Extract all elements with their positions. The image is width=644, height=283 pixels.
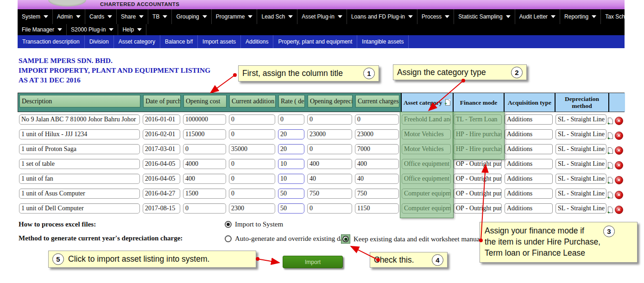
rate-input[interactable] bbox=[278, 144, 304, 154]
radio-keep-existing[interactable]: Keep existing data and edit worksheet ma… bbox=[341, 234, 487, 244]
rate-input[interactable] bbox=[278, 203, 304, 214]
finance-mode-select[interactable]: OP - Outright purch bbox=[454, 203, 502, 214]
current-addition-input[interactable] bbox=[229, 129, 275, 139]
current-charges-input[interactable] bbox=[355, 114, 399, 125]
rate-input[interactable] bbox=[278, 159, 304, 169]
depreciation-method-select[interactable]: SL - Straight Line bbox=[556, 189, 606, 199]
col-rate[interactable]: Rate ( depr bbox=[278, 95, 305, 107]
current-charges-input[interactable] bbox=[355, 159, 399, 169]
tab-balance-bf[interactable]: Balance b/f bbox=[160, 35, 198, 48]
opening-cost-input[interactable] bbox=[183, 189, 226, 199]
radio-button-icon[interactable] bbox=[225, 235, 232, 242]
depreciation-method-select[interactable]: SL - Straight Line bbox=[556, 144, 606, 154]
menu-audit-letter[interactable]: Audit Letter bbox=[515, 9, 560, 24]
description-input[interactable] bbox=[19, 203, 140, 214]
col-current-charges[interactable]: Current charges bbox=[355, 95, 399, 107]
opening-depreciation-input[interactable] bbox=[307, 144, 352, 154]
date-input[interactable] bbox=[143, 129, 180, 139]
col-date-of-purchase[interactable]: Date of purchas bbox=[143, 95, 181, 107]
description-input[interactable] bbox=[19, 114, 140, 125]
finance-mode-select[interactable]: OP - Outright purch bbox=[454, 159, 502, 169]
description-input[interactable] bbox=[19, 129, 140, 139]
current-addition-input[interactable] bbox=[229, 114, 275, 125]
delete-row-icon[interactable]: ✕ bbox=[615, 206, 623, 214]
menu-admin[interactable]: Admin bbox=[53, 9, 85, 24]
insert-row-icon[interactable] bbox=[608, 177, 613, 183]
date-input[interactable] bbox=[143, 174, 180, 184]
acquisition-type-select[interactable]: Additions bbox=[505, 129, 553, 139]
menu-reporting[interactable]: Reporting bbox=[560, 9, 601, 24]
opening-depreciation-input[interactable] bbox=[307, 203, 352, 214]
delete-row-icon[interactable]: ✕ bbox=[615, 161, 623, 170]
radio-button-icon[interactable] bbox=[342, 236, 349, 242]
import-button[interactable]: Import bbox=[283, 256, 343, 268]
acquisition-type-select[interactable]: Additions bbox=[505, 114, 553, 125]
current-charges-input[interactable] bbox=[355, 189, 399, 199]
radio-button-icon[interactable] bbox=[225, 221, 232, 228]
opening-cost-input[interactable] bbox=[183, 159, 226, 169]
menu-asset-plugin[interactable]: Asset Plug-in bbox=[297, 9, 347, 24]
tab-asset-category[interactable]: Asset category bbox=[114, 35, 160, 48]
col-opening-depreciation[interactable]: Opening deprecia bbox=[308, 95, 353, 107]
menu-lead-sch[interactable]: Lead Sch bbox=[257, 9, 297, 24]
current-addition-input[interactable] bbox=[229, 174, 275, 184]
menu-cards[interactable]: Cards bbox=[85, 9, 117, 24]
acquisition-type-select[interactable]: Additions bbox=[505, 144, 553, 154]
opening-cost-input[interactable] bbox=[183, 114, 226, 125]
rate-input[interactable] bbox=[278, 129, 304, 139]
date-input[interactable] bbox=[143, 203, 180, 214]
tab-division[interactable]: Division bbox=[85, 35, 114, 48]
depreciation-method-select[interactable]: SL - Straight Line bbox=[556, 129, 606, 139]
menu-programme[interactable]: Programme bbox=[212, 9, 258, 24]
delete-row-icon[interactable]: ✕ bbox=[615, 176, 623, 184]
current-charges-input[interactable] bbox=[355, 144, 399, 154]
delete-row-icon[interactable]: ✕ bbox=[615, 117, 623, 125]
acquisition-type-select[interactable]: Additions bbox=[505, 159, 553, 169]
current-addition-input[interactable] bbox=[229, 189, 275, 199]
acquisition-type-select[interactable]: Additions bbox=[505, 174, 553, 184]
current-charges-input[interactable] bbox=[355, 129, 399, 139]
current-addition-input[interactable] bbox=[229, 144, 275, 154]
depreciation-method-select[interactable]: SL - Straight Line bbox=[556, 159, 606, 169]
opening-depreciation-input[interactable] bbox=[307, 114, 352, 125]
menu-file-manager[interactable]: File Manager bbox=[18, 24, 67, 35]
description-input[interactable] bbox=[19, 174, 140, 184]
opening-depreciation-input[interactable] bbox=[307, 189, 352, 199]
rate-input[interactable] bbox=[278, 189, 304, 199]
depreciation-method-select[interactable]: SL - Straight Line bbox=[556, 203, 606, 214]
col-opening-cost[interactable]: Opening cost bbox=[183, 95, 227, 107]
depreciation-method-select[interactable]: SL - Straight Line bbox=[556, 114, 606, 125]
col-current-addition[interactable]: Current addition bbox=[229, 95, 276, 107]
opening-depreciation-input[interactable] bbox=[307, 129, 352, 139]
insert-row-icon[interactable] bbox=[608, 192, 613, 198]
menu-tb[interactable]: TB bbox=[148, 9, 172, 24]
finance-mode-select[interactable]: OP - Outright purch bbox=[454, 189, 502, 199]
insert-row-icon[interactable] bbox=[608, 147, 613, 154]
opening-depreciation-input[interactable] bbox=[307, 174, 352, 184]
tab-additions[interactable]: Additions bbox=[241, 35, 273, 48]
radio-auto-generate[interactable]: Auto-generate and override existing data bbox=[225, 235, 348, 243]
current-addition-input[interactable] bbox=[229, 159, 275, 169]
tab-transaction-description[interactable]: Transaction description bbox=[18, 35, 85, 48]
insert-row-icon[interactable] bbox=[608, 132, 613, 139]
opening-cost-input[interactable] bbox=[183, 174, 226, 184]
menu-tax-schedule[interactable]: Tax Schedule bbox=[601, 9, 644, 24]
opening-cost-input[interactable] bbox=[183, 129, 226, 139]
opening-depreciation-input[interactable] bbox=[307, 159, 352, 169]
menu-share[interactable]: Share bbox=[117, 9, 148, 24]
opening-cost-input[interactable] bbox=[183, 144, 226, 154]
description-input[interactable] bbox=[19, 144, 140, 154]
depreciation-method-select[interactable]: SL - Straight Line bbox=[556, 174, 606, 184]
current-addition-input[interactable] bbox=[229, 203, 275, 214]
insert-row-icon[interactable] bbox=[608, 162, 613, 169]
delete-row-icon[interactable]: ✕ bbox=[615, 191, 623, 199]
tab-import-assets[interactable]: Import assets bbox=[198, 35, 241, 48]
rate-input[interactable] bbox=[278, 174, 304, 184]
menu-statistic-sampling[interactable]: Statistic Sampling bbox=[454, 9, 515, 24]
tab-intangible-assets[interactable]: Intangible assets bbox=[357, 35, 409, 48]
insert-row-icon[interactable] bbox=[608, 118, 613, 124]
add-document-icon[interactable] bbox=[445, 99, 450, 106]
description-input[interactable] bbox=[19, 159, 140, 169]
col-asset-category[interactable]: Asset category bbox=[401, 93, 453, 112]
menu-s2000-plugin[interactable]: S2000 Plug-in bbox=[67, 24, 118, 35]
